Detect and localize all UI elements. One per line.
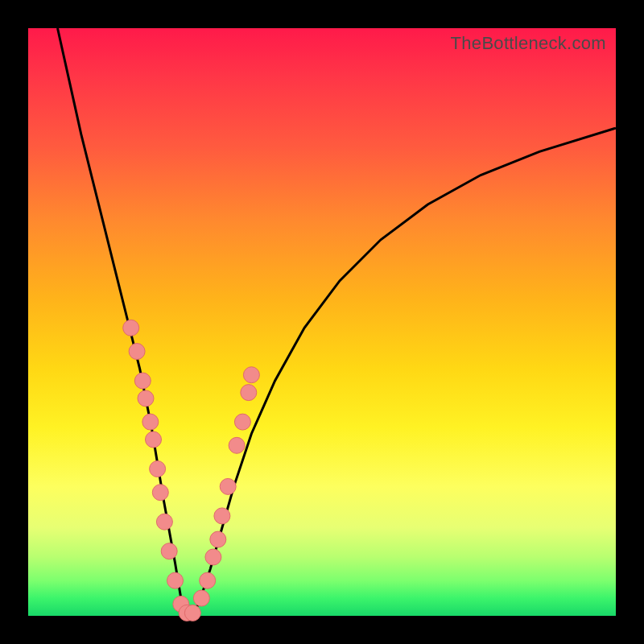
data-marker <box>142 414 159 430</box>
data-marker <box>243 367 259 383</box>
bottleneck-curve <box>58 28 617 616</box>
data-marker <box>152 485 168 501</box>
data-marker <box>123 320 139 336</box>
chart-frame: TheBottleneck.com <box>0 0 644 644</box>
data-marker <box>220 478 236 494</box>
data-marker <box>229 437 245 453</box>
data-marker <box>214 508 230 524</box>
data-marker <box>134 373 151 389</box>
data-marker <box>129 344 145 360</box>
plot-area: TheBottleneck.com <box>28 28 616 616</box>
data-marker <box>138 390 154 407</box>
data-marker <box>150 461 166 477</box>
data-marker <box>234 414 250 430</box>
data-marker <box>241 385 257 401</box>
data-marker <box>167 572 184 588</box>
data-marker <box>161 543 177 559</box>
data-marker <box>200 572 216 588</box>
data-marker <box>205 549 221 565</box>
data-marker <box>156 514 172 530</box>
chart-svg <box>28 28 616 616</box>
data-marker <box>146 431 162 448</box>
data-marker <box>210 531 226 547</box>
data-marker <box>184 605 200 621</box>
data-marker <box>193 590 209 606</box>
